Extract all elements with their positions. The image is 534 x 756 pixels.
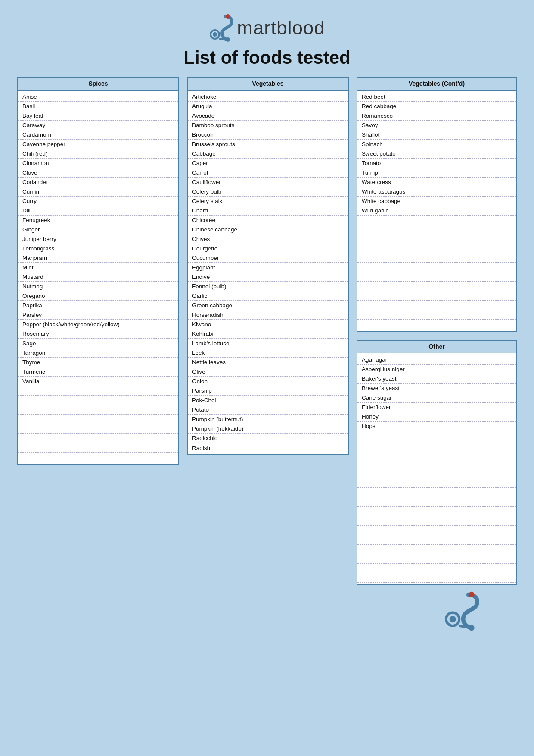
list-item: Dill [18, 206, 178, 216]
list-item: Juniper berry [18, 234, 178, 244]
list-item: Fennel (bulb) [188, 282, 348, 291]
list-item: Onion [188, 377, 348, 386]
logo-container: martblood [17, 13, 517, 43]
list-item [18, 434, 178, 443]
list-item: Celery stalk [188, 197, 348, 206]
list-item [18, 386, 178, 396]
list-item: Leek [188, 348, 348, 358]
list-item [357, 564, 516, 573]
list-item: Savoy [357, 121, 516, 130]
list-item: Bay leaf [18, 111, 178, 121]
list-item: Cane sugar [357, 393, 516, 403]
list-item: Marjoram [18, 253, 178, 263]
list-item: Parsley [18, 310, 178, 320]
list-item: Celery bulb [188, 187, 348, 197]
list-item: Mint [18, 263, 178, 272]
page-header: martblood List of foods tested [17, 13, 517, 68]
list-item [357, 488, 516, 497]
list-item: Paprika [18, 301, 178, 310]
spices-items: AniseBasilBay leafCarawayCardamomCayenne… [18, 91, 178, 464]
vegetables-cont-column: Vegetables (Cont'd) Red beetRed cabbageR… [357, 77, 517, 332]
list-item: Garlic [188, 291, 348, 301]
list-item: Bamboo sprouts [188, 121, 348, 130]
list-item [357, 263, 516, 272]
list-item: Red beet [357, 92, 516, 102]
list-item: Nettle leaves [188, 358, 348, 367]
list-item: Aspergillus niger [357, 365, 516, 374]
list-item [357, 253, 516, 263]
list-item [357, 244, 516, 253]
list-item: Fenugreek [18, 216, 178, 225]
list-item: Chicorée [188, 216, 348, 225]
list-item: Mustard [18, 272, 178, 282]
list-item: Avocado [188, 111, 348, 121]
list-item: Radicchio [188, 434, 348, 443]
list-item: Nutmeg [18, 282, 178, 291]
list-item: Chard [188, 206, 348, 216]
list-item: Red cabbage [357, 102, 516, 111]
list-item [357, 431, 516, 440]
list-item: Radish [188, 443, 348, 453]
list-item: Tomato [357, 159, 516, 168]
list-item [18, 424, 178, 434]
list-item: Tarragon [18, 348, 178, 358]
list-item [357, 272, 516, 282]
list-item: Cumin [18, 187, 178, 197]
list-item [357, 440, 516, 450]
list-item: Horseradish [188, 310, 348, 320]
list-item: Sweet potato [357, 149, 516, 159]
list-item: Spinach [357, 140, 516, 149]
list-item: Anise [18, 92, 178, 102]
list-item [357, 497, 516, 507]
list-item [357, 469, 516, 478]
list-item: White asparagus [357, 187, 516, 197]
list-item [357, 459, 516, 469]
list-item [357, 507, 516, 516]
list-item: Olive [188, 367, 348, 377]
other-items: Agar agarAspergillus nigerBaker's yeastB… [357, 353, 516, 584]
list-item: Caraway [18, 121, 178, 130]
spices-header: Spices [18, 78, 178, 91]
list-item [357, 234, 516, 244]
list-item: Oregano [18, 291, 178, 301]
list-item: Ginger [18, 225, 178, 234]
list-item [357, 225, 516, 234]
list-item: Pumpkin (hokkaido) [188, 424, 348, 434]
list-item: Chinese cabbage [188, 225, 348, 234]
list-item [357, 216, 516, 225]
vegetables-cont-items: Red beetRed cabbageRomanescoSavoyShallot… [357, 91, 516, 331]
list-item [357, 282, 516, 291]
list-item: Lamb's lettuce [188, 339, 348, 348]
list-item: Lemongrass [18, 244, 178, 253]
list-item: Potato [188, 405, 348, 415]
list-item [18, 453, 178, 462]
list-item [357, 301, 516, 310]
list-item: Cinnamon [18, 159, 178, 168]
list-item: Wild garlic [357, 206, 516, 216]
list-item: Broccoli [188, 130, 348, 140]
other-column: Other Agar agarAspergillus nigerBaker's … [357, 340, 517, 585]
list-item: Cucumber [188, 253, 348, 263]
list-item: Watercress [357, 178, 516, 187]
list-item: Arugula [188, 102, 348, 111]
other-header: Other [357, 341, 516, 353]
svg-line-4 [219, 39, 228, 40]
list-item [357, 320, 516, 329]
list-item: Brussels sprouts [188, 140, 348, 149]
list-item: Caper [188, 159, 348, 168]
list-item: Pok-Choi [188, 396, 348, 405]
list-item: Thyme [18, 358, 178, 367]
list-item: Romanesco [357, 111, 516, 121]
columns-container: Spices AniseBasilBay leafCarawayCardamom… [17, 77, 517, 585]
list-item [18, 396, 178, 405]
list-item: White cabbage [357, 197, 516, 206]
vegetables-items: ArtichokeArugulaAvocadoBamboo sproutsBro… [188, 91, 348, 454]
list-item: Cayenne pepper [18, 140, 178, 149]
svg-point-7 [469, 592, 474, 597]
list-item [357, 450, 516, 459]
list-item: Baker's yeast [357, 374, 516, 384]
list-item [357, 573, 516, 583]
list-item: Honey [357, 412, 516, 422]
logo-icon [209, 13, 235, 43]
list-item: Vanilla [18, 377, 178, 386]
